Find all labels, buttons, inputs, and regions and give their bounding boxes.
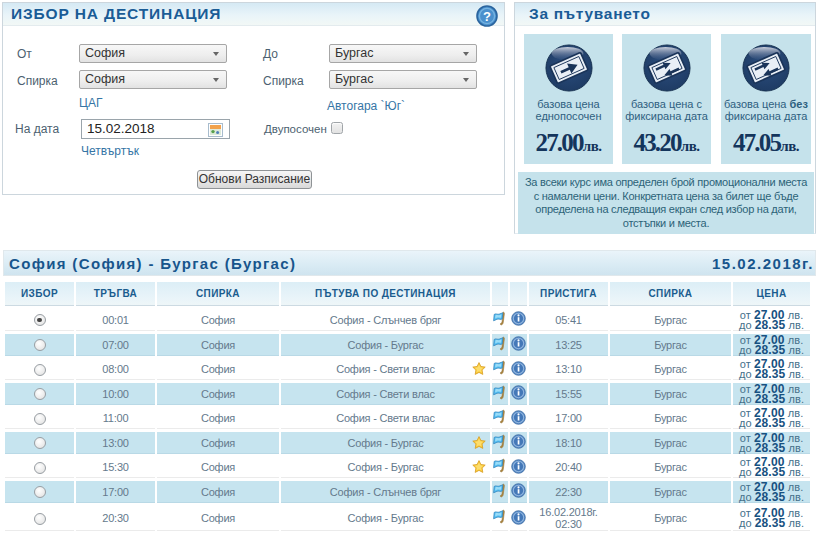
svg-text:?: ? bbox=[483, 9, 491, 24]
